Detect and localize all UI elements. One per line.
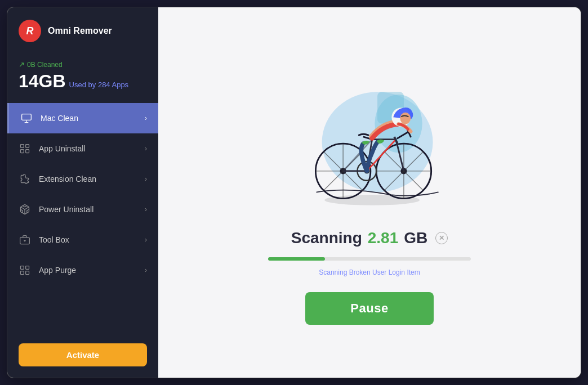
app-logo-icon: R [19, 20, 41, 42]
app-uninstall-label: App Uninstall [39, 144, 137, 153]
used-by-apps: Used by 284 Apps [69, 80, 129, 89]
progress-bar-fill [268, 257, 325, 261]
main-content: Scanning 2.81 GB ✕ Scanning Broken User … [158, 7, 581, 378]
cube-icon [19, 203, 31, 216]
grid-icon [19, 142, 31, 155]
sidebar-item-app-purge[interactable]: App Purge › [7, 255, 158, 285]
sidebar-item-app-uninstall[interactable]: App Uninstall › [7, 133, 158, 164]
sidebar-nav: Mac Clean › App Uninstall › [7, 103, 158, 334]
progress-text: Scanning [319, 268, 347, 276]
sidebar-item-power-uninstall[interactable]: Power Uninstall › [7, 194, 158, 225]
scanning-title: Scanning 2.81 GB ✕ [291, 229, 448, 247]
svg-rect-11 [21, 271, 24, 275]
tool-box-chevron: › [145, 236, 147, 244]
svg-rect-1 [21, 145, 24, 148]
tool-box-label: Tool Box [39, 235, 137, 244]
progress-item: Broken User Login Item [349, 268, 420, 276]
pause-button[interactable]: Pause [305, 292, 433, 325]
extension-clean-label: Extension Clean [39, 174, 137, 183]
progress-container [268, 257, 471, 261]
scanning-close-button[interactable]: ✕ [435, 232, 448, 244]
app-purge-label: App Purge [39, 266, 137, 275]
progress-label: Scanning Broken User Login Item [319, 268, 420, 276]
extension-clean-chevron: › [145, 175, 147, 183]
monitor-icon [20, 112, 33, 124]
svg-rect-10 [26, 266, 29, 270]
sidebar: R Omni Remover 0B Cleaned 14GB Used by 2… [7, 7, 158, 378]
mac-clean-chevron: › [145, 114, 147, 122]
power-uninstall-chevron: › [145, 205, 147, 213]
mac-clean-label: Mac Clean [41, 114, 137, 123]
svg-rect-12 [26, 271, 29, 275]
svg-rect-4 [26, 150, 29, 153]
scanning-prefix: Scanning [291, 229, 362, 247]
sidebar-item-tool-box[interactable]: Tool Box › [7, 225, 158, 255]
storage-size: 14GB Used by 284 Apps [19, 71, 147, 92]
svg-rect-2 [26, 145, 29, 148]
cyclist-illustration [285, 60, 454, 218]
app-window: R Omni Remover 0B Cleaned 14GB Used by 2… [7, 7, 581, 378]
svg-point-43 [400, 113, 411, 124]
sidebar-item-extension-clean[interactable]: Extension Clean › [7, 164, 158, 194]
app-logo-area: R Omni Remover [7, 7, 158, 55]
progress-bar-background [268, 257, 471, 261]
size-value: 14GB [19, 71, 66, 92]
puzzle-icon [19, 173, 31, 185]
svg-point-16 [324, 195, 420, 205]
activate-button[interactable]: Activate [19, 343, 147, 366]
app-name: Omni Remover [48, 26, 112, 36]
toolbox-icon [19, 234, 31, 246]
scanning-value: 2.81 [368, 229, 399, 247]
power-uninstall-label: Power Uninstall [39, 205, 137, 214]
svg-rect-3 [21, 150, 24, 153]
sidebar-stats: 0B Cleaned 14GB Used by 284 Apps [7, 55, 158, 103]
cleaned-label: 0B Cleaned [19, 60, 147, 69]
app-purge-chevron: › [145, 266, 147, 274]
app-uninstall-chevron: › [145, 145, 147, 153]
svg-rect-0 [22, 114, 32, 120]
grid2-icon [19, 264, 31, 276]
sidebar-item-mac-clean[interactable]: Mac Clean › [7, 103, 158, 133]
scanning-unit: GB [404, 229, 427, 247]
svg-rect-9 [21, 266, 24, 270]
